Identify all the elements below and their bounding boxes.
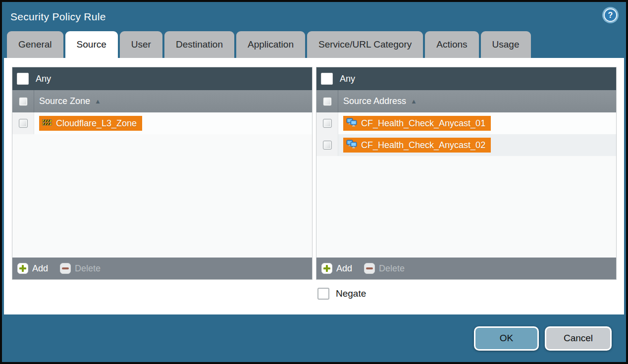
dialog-footer: OK Cancel xyxy=(2,314,626,362)
add-label: Add xyxy=(32,263,48,274)
zone-icon xyxy=(42,118,52,129)
source-zone-column-title: Source Zone xyxy=(39,96,90,106)
source-address-column-header[interactable]: Source Address ▲ xyxy=(316,90,616,112)
add-button[interactable]: Add xyxy=(17,263,48,274)
source-address-any-checkbox[interactable] xyxy=(321,73,333,85)
tab-actions[interactable]: Actions xyxy=(425,31,478,58)
source-address-select-all-checkbox[interactable] xyxy=(323,97,332,106)
source-address-any-bar: Any xyxy=(316,67,616,90)
cancel-button[interactable]: Cancel xyxy=(545,326,612,351)
delete-icon xyxy=(60,263,71,274)
source-zone-list: Cloudflare_L3_Zone xyxy=(12,112,312,258)
source-zone-any-bar: Any xyxy=(12,67,312,90)
tab-user[interactable]: User xyxy=(120,31,162,58)
delete-button[interactable]: Delete xyxy=(60,263,101,274)
negate-checkbox[interactable] xyxy=(317,288,329,300)
source-address-panel: Any Source Address ▲ xyxy=(316,67,617,280)
tab-service-url-category[interactable]: Service/URL Category xyxy=(307,31,423,58)
add-icon xyxy=(321,263,332,274)
title-bar: Security Policy Rule ? xyxy=(2,2,626,31)
ok-button[interactable]: OK xyxy=(474,326,539,351)
table-row: CF_Health_Check_Anycast_01 xyxy=(316,112,616,134)
source-address-item[interactable]: CF_Health_Check_Anycast_02 xyxy=(343,138,491,153)
source-address-column-title: Source Address xyxy=(343,96,406,106)
row-checkbox-cell xyxy=(316,112,338,134)
panels-container: Any Source Zone ▲ xyxy=(12,67,617,280)
help-icon[interactable]: ? xyxy=(604,8,617,22)
source-zone-any-checkbox[interactable] xyxy=(17,73,29,85)
table-row: CF_Health_Check_Anycast_02 xyxy=(316,134,616,156)
source-zone-panel: Any Source Zone ▲ xyxy=(12,67,313,280)
delete-icon xyxy=(364,263,375,274)
source-zone-item[interactable]: Cloudflare_L3_Zone xyxy=(39,116,142,131)
source-address-select-all-cell xyxy=(316,90,338,112)
source-zone-any-label: Any xyxy=(36,74,51,84)
tab-destination[interactable]: Destination xyxy=(164,31,234,58)
tab-bar: General Source User Destination Applicat… xyxy=(2,31,626,58)
source-address-list: CF_Health_Check_Anycast_01 xyxy=(316,112,616,258)
page-title: Security Policy Rule xyxy=(10,11,106,23)
row-checkbox[interactable] xyxy=(19,119,28,128)
source-zone-column-header[interactable]: Source Zone ▲ xyxy=(12,90,312,112)
tab-usage[interactable]: Usage xyxy=(481,31,531,58)
source-tab-content: Any Source Zone ▲ xyxy=(4,58,624,314)
source-zone-select-all-cell xyxy=(12,90,34,112)
sort-asc-icon: ▲ xyxy=(411,98,417,105)
negate-label: Negate xyxy=(336,288,366,299)
row-label: Cloudflare_L3_Zone xyxy=(56,118,137,129)
row-checkbox[interactable] xyxy=(323,141,332,150)
source-address-any-label: Any xyxy=(340,74,355,84)
tab-application[interactable]: Application xyxy=(236,31,305,58)
source-address-item[interactable]: CF_Health_Check_Anycast_01 xyxy=(343,116,491,131)
row-checkbox-cell xyxy=(12,112,34,134)
source-address-actions-bar: Add Delete xyxy=(316,258,616,279)
row-label: CF_Health_Check_Anycast_01 xyxy=(361,118,485,129)
add-label: Add xyxy=(336,263,352,274)
row-label: CF_Health_Check_Anycast_02 xyxy=(361,140,485,151)
dialog-window: Security Policy Rule ? General Source Us… xyxy=(0,0,628,364)
source-zone-select-all-checkbox[interactable] xyxy=(19,97,28,106)
negate-row: Negate xyxy=(317,288,617,300)
sort-asc-icon: ▲ xyxy=(95,98,101,105)
row-checkbox-cell xyxy=(316,134,338,156)
tab-source[interactable]: Source xyxy=(65,31,118,58)
tab-general[interactable]: General xyxy=(7,31,63,58)
address-icon xyxy=(346,140,357,151)
table-row: Cloudflare_L3_Zone xyxy=(12,112,312,134)
delete-label: Delete xyxy=(379,263,405,274)
add-icon xyxy=(17,263,28,274)
address-icon xyxy=(346,118,357,129)
row-checkbox[interactable] xyxy=(323,119,332,128)
delete-button[interactable]: Delete xyxy=(364,263,405,274)
security-policy-rule-dialog: Security Policy Rule ? General Source Us… xyxy=(2,2,626,362)
delete-label: Delete xyxy=(75,263,101,274)
source-zone-actions-bar: Add Delete xyxy=(12,258,312,279)
add-button[interactable]: Add xyxy=(321,263,352,274)
